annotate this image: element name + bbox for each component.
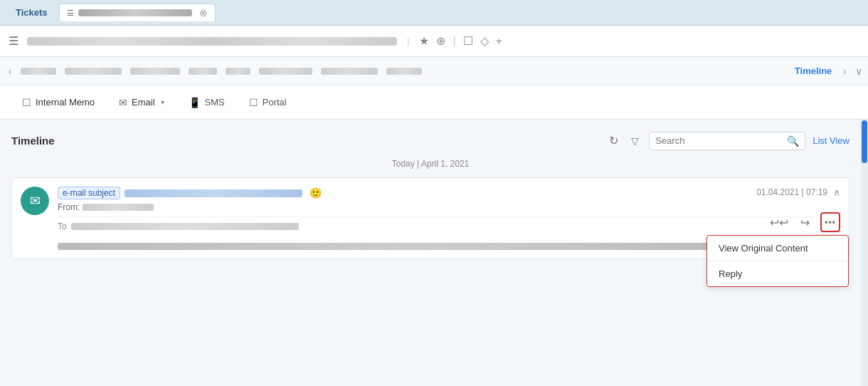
nav-item-8[interactable]: [386, 68, 422, 75]
action-icons: ★ ⊕ | ☐ ◇ +: [419, 34, 502, 48]
filter-icon[interactable]: ▽: [628, 132, 642, 150]
email-tab-label: Email: [132, 97, 155, 108]
search-input[interactable]: [655, 135, 783, 146]
ticket-tab[interactable]: ☰ ⊗: [59, 4, 216, 21]
nav-expand-icon[interactable]: ∨: [855, 66, 862, 77]
to-label: To: [58, 221, 67, 231]
view-original-content-item[interactable]: View Original Content: [707, 236, 848, 261]
dropdown-menu: View Original Content Reply: [706, 235, 849, 287]
emoji-icon: 🙂: [309, 187, 322, 199]
nav-row: ‹ Timeline › ∨: [0, 57, 868, 85]
timeline-title: Timeline: [11, 135, 599, 147]
list-icon: ☰: [9, 34, 18, 48]
subject-tag: e-mail subject: [58, 187, 120, 199]
scrollbar[interactable]: [861, 120, 868, 386]
portal-tab[interactable]: ☐ Portal: [238, 90, 297, 115]
subject-blur: [125, 189, 302, 197]
email-to-row: To: [58, 217, 840, 236]
portal-icon: ☐: [249, 97, 258, 108]
to-value-blur: [71, 223, 299, 230]
search-box[interactable]: 🔍: [649, 132, 805, 150]
search-icon: 🔍: [787, 135, 799, 147]
nav-item-7[interactable]: [321, 68, 378, 75]
top-tab-bar: Tickets ☰ ⊗: [0, 0, 868, 26]
sms-icon: 📱: [189, 97, 201, 108]
email-item: ✉ e-mail subject 🙂 From: To: [11, 177, 850, 259]
tickets-tab[interactable]: Tickets: [7, 7, 56, 18]
ticket-tab-label: [78, 9, 192, 16]
from-value-blur: [83, 204, 154, 211]
sms-tab[interactable]: 📱 SMS: [178, 90, 235, 115]
sms-tab-label: SMS: [205, 97, 225, 108]
date-divider: Today | April 1, 2021: [11, 159, 850, 169]
close-tab-icon[interactable]: ⊗: [199, 7, 208, 19]
nav-left-arrow[interactable]: ‹: [6, 66, 15, 77]
feed-icon[interactable]: ⊕: [436, 34, 445, 48]
divider2: |: [452, 35, 455, 48]
compose-tab-bar: ☐ Internal Memo ✉ Email ▾ 📱 SMS ☐ Portal: [0, 85, 868, 120]
email-subject-row: e-mail subject 🙂: [58, 187, 840, 199]
nav-item-6[interactable]: [259, 68, 312, 75]
title-text: [27, 37, 397, 46]
nav-item-4[interactable]: [189, 68, 217, 75]
nav-item-3[interactable]: [130, 68, 180, 75]
internal-memo-tab[interactable]: ☐ Internal Memo: [11, 90, 105, 115]
avatar-icon: ✉: [30, 193, 41, 209]
refresh-icon[interactable]: ↻: [606, 131, 621, 150]
plus-icon[interactable]: +: [496, 35, 502, 48]
email-icon: ✉: [119, 97, 127, 108]
main-content: Timeline ↻ ▽ 🔍 List View Today | April 1…: [0, 120, 868, 386]
email-preview-blur: [58, 243, 762, 250]
list-view-button[interactable]: List View: [813, 135, 850, 146]
email-timestamp: 01.04.2021 | 07:19: [756, 187, 827, 197]
title-divider: |: [407, 36, 409, 46]
email-avatar: ✉: [21, 187, 49, 215]
more-icon: •••: [825, 217, 836, 227]
forward-button[interactable]: ↪: [795, 212, 815, 232]
memo-icon: ☐: [22, 97, 31, 108]
reply-item[interactable]: Reply: [707, 261, 848, 286]
timeline-header: Timeline ↻ ▽ 🔍 List View: [11, 131, 850, 150]
reply-all-icon: ↩↩: [770, 216, 788, 229]
more-actions-button[interactable]: •••: [820, 212, 840, 232]
email-dropdown-arrow[interactable]: ▾: [161, 98, 164, 106]
timeline-actions: ↻ ▽ 🔍 List View: [606, 131, 850, 150]
nav-item-5[interactable]: [226, 68, 250, 75]
email-action-icons: ↩↩ ↪ •••: [769, 212, 840, 232]
timeline-nav-item[interactable]: Timeline: [795, 66, 832, 76]
reply-all-button[interactable]: ↩↩: [769, 212, 789, 232]
ticket-icon: ☰: [67, 9, 74, 18]
from-label: From:: [58, 202, 80, 212]
email-from: From:: [58, 202, 840, 212]
tag-icon[interactable]: ◇: [480, 34, 489, 48]
collapse-icon[interactable]: ∧: [833, 187, 840, 198]
memo-tab-label: Internal Memo: [36, 97, 95, 108]
email-tab[interactable]: ✉ Email ▾: [108, 90, 175, 115]
scrollbar-thumb[interactable]: [862, 120, 867, 163]
timeline-panel: Timeline ↻ ▽ 🔍 List View Today | April 1…: [0, 120, 861, 386]
star-icon[interactable]: ★: [419, 34, 429, 48]
nav-item-1[interactable]: [21, 68, 56, 75]
title-bar: ☰ | ★ ⊕ | ☐ ◇ +: [0, 26, 868, 57]
forward-icon: ↪: [800, 216, 810, 229]
nav-item-2[interactable]: [65, 68, 122, 75]
nav-right-arrow[interactable]: ›: [840, 66, 850, 77]
portal-tab-label: Portal: [263, 97, 287, 108]
comment-icon[interactable]: ☐: [463, 34, 473, 48]
email-meta-right: 01.04.2021 | 07:19 ∧: [756, 187, 840, 198]
